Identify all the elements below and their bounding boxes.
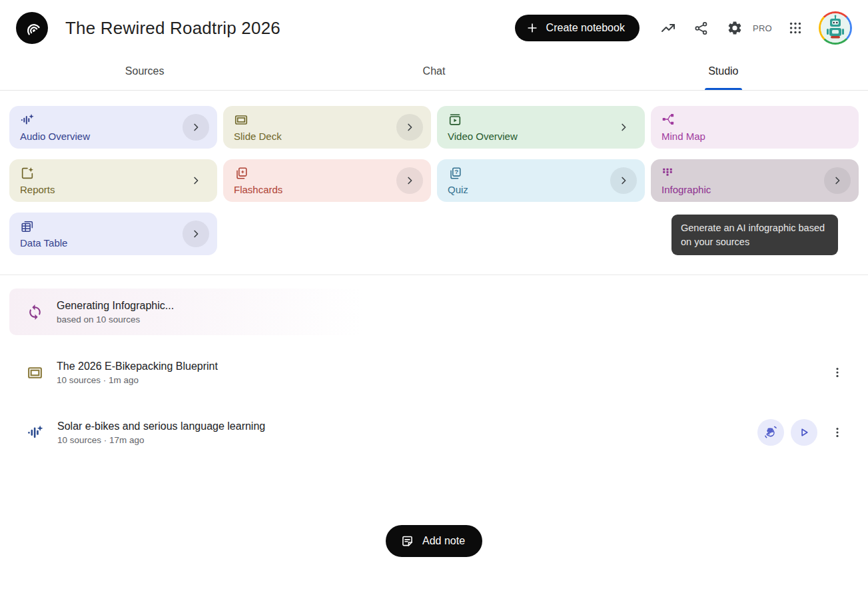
card-label: Quiz xyxy=(448,184,468,195)
artifact-title: The 2026 E-Bikepacking Blueprint xyxy=(57,360,218,372)
report-sparkle-icon xyxy=(20,166,35,181)
card-label: Reports xyxy=(20,184,55,195)
more-menu-icon[interactable] xyxy=(824,359,851,386)
play-icon xyxy=(797,426,811,439)
add-note-button[interactable]: Add note xyxy=(386,525,482,557)
pro-badge: PRO xyxy=(753,23,772,33)
settings-gear-icon[interactable] xyxy=(719,13,750,43)
artifact-meta: 10 sources · 1m ago xyxy=(57,375,218,385)
tab-sources[interactable]: Sources xyxy=(0,57,289,90)
generating-subtitle: based on 10 sources xyxy=(57,314,174,324)
video-player-icon xyxy=(448,113,462,127)
chevron-right-icon[interactable] xyxy=(396,167,423,194)
share-icon[interactable] xyxy=(686,13,717,43)
svg-text:?: ? xyxy=(454,169,458,175)
chevron-right-icon[interactable] xyxy=(183,167,209,194)
notebook-title[interactable]: The Rewired Roadtrip 2026 xyxy=(65,18,280,39)
notebooklm-logo[interactable] xyxy=(16,12,48,44)
tab-chat[interactable]: Chat xyxy=(289,57,578,90)
artifact-list: Generating Infographic... based on 10 so… xyxy=(0,275,868,557)
chevron-right-icon[interactable] xyxy=(396,114,423,141)
header-actions: Create notebook PRO xyxy=(515,11,852,45)
plus-icon xyxy=(526,21,539,35)
note-icon xyxy=(400,534,414,548)
tab-studio-label: Studio xyxy=(708,65,738,77)
card-label: Flashcards xyxy=(234,184,282,195)
infographic-tooltip: Generate an AI infographic based on your… xyxy=(671,215,838,255)
artifact-row-slide-deck[interactable]: The 2026 E-Bikepacking Blueprint 10 sour… xyxy=(9,355,859,390)
chevron-right-icon[interactable] xyxy=(183,114,209,141)
studio-card-infographic[interactable]: Infographic xyxy=(651,159,859,202)
apps-grid-icon[interactable] xyxy=(780,13,811,43)
more-menu-icon[interactable] xyxy=(824,419,851,446)
card-label: Mind Map xyxy=(661,131,705,142)
avatar-robot-image xyxy=(821,13,850,43)
slide-frame-icon xyxy=(234,113,248,127)
audio-waveform-sparkle-icon xyxy=(20,113,35,127)
generating-infographic-row[interactable]: Generating Infographic... based on 10 so… xyxy=(9,289,363,335)
studio-card-audio-overview[interactable]: Audio Overview xyxy=(9,106,217,149)
chevron-right-icon[interactable] xyxy=(610,167,637,194)
studio-card-reports[interactable]: Reports xyxy=(9,159,217,202)
infographic-columns-icon xyxy=(661,166,673,178)
analytics-trend-icon[interactable] xyxy=(653,13,683,43)
card-label: Infographic xyxy=(661,184,711,195)
card-label: Video Overview xyxy=(448,131,518,142)
slide-frame-icon xyxy=(27,364,43,381)
chevron-right-icon[interactable] xyxy=(824,167,851,194)
card-label: Data Table xyxy=(20,237,67,249)
studio-card-slide-deck[interactable]: Slide Deck xyxy=(223,106,431,149)
card-label: Slide Deck xyxy=(234,131,282,142)
add-note-label: Add note xyxy=(422,535,465,547)
play-button[interactable] xyxy=(791,419,817,446)
app-header: The Rewired Roadtrip 2026 Create noteboo… xyxy=(0,0,868,53)
active-tab-underline xyxy=(705,88,742,90)
artifact-row-audio[interactable]: Solar e-bikes and serious language learn… xyxy=(9,415,859,450)
panel-tabs: Sources Chat Studio xyxy=(0,57,868,91)
studio-card-data-table[interactable]: Data Table xyxy=(9,213,217,255)
audio-waveform-sparkle-icon xyxy=(27,424,44,441)
tab-sources-label: Sources xyxy=(125,65,165,77)
sync-spinner-icon xyxy=(27,304,43,320)
studio-card-quiz[interactable]: ? Quiz xyxy=(437,159,645,202)
quiz-cards-icon: ? xyxy=(448,166,462,181)
flashcards-star-icon xyxy=(234,166,248,181)
studio-card-flashcards[interactable]: Flashcards xyxy=(223,159,431,202)
chevron-right-icon[interactable] xyxy=(610,114,637,141)
tab-chat-label: Chat xyxy=(423,65,446,77)
generating-title: Generating Infographic... xyxy=(57,300,174,312)
mind-map-nodes-icon xyxy=(661,113,675,126)
create-notebook-button[interactable]: Create notebook xyxy=(515,15,640,41)
interactive-mode-button[interactable] xyxy=(757,419,784,446)
chevron-right-icon[interactable] xyxy=(183,221,209,247)
waving-hand-icon xyxy=(763,425,778,440)
data-table-icon xyxy=(20,219,35,234)
artifact-title: Solar e-bikes and serious language learn… xyxy=(57,420,265,432)
studio-card-video-overview[interactable]: Video Overview xyxy=(437,106,645,149)
card-label: Audio Overview xyxy=(20,131,90,142)
create-notebook-label: Create notebook xyxy=(546,22,625,34)
artifact-meta: 10 sources · 17m ago xyxy=(57,435,265,445)
avatar[interactable] xyxy=(819,11,852,45)
tab-studio[interactable]: Studio xyxy=(579,57,868,90)
studio-card-mind-map[interactable]: Mind Map xyxy=(651,106,859,149)
